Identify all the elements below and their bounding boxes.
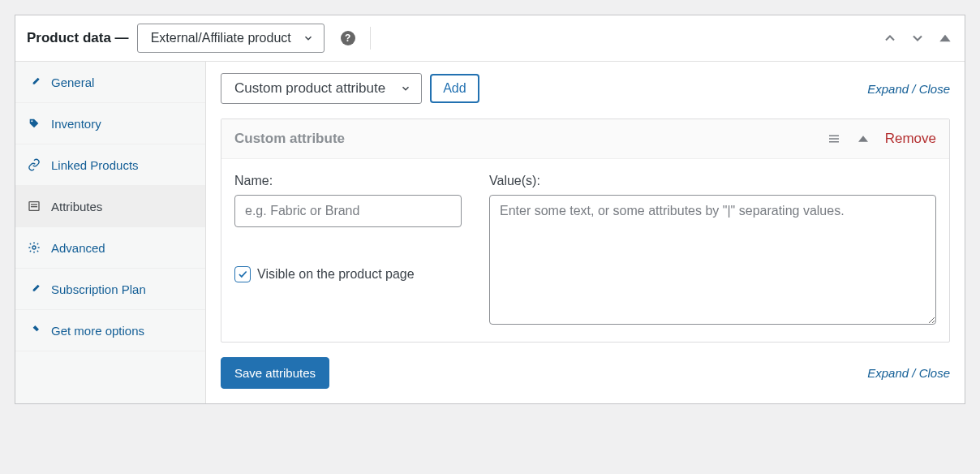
add-attribute-button[interactable]: Add bbox=[430, 74, 479, 103]
panel-body: General Inventory Linked Products Attrib… bbox=[15, 62, 965, 403]
save-attributes-button[interactable]: Save attributes bbox=[221, 357, 329, 389]
attribute-type-value: Custom product attribute bbox=[234, 80, 385, 96]
main-content: Custom product attribute Add Expand / Cl… bbox=[206, 62, 965, 403]
chevron-down-icon bbox=[400, 83, 411, 94]
product-type-select[interactable]: External/Affiliate product bbox=[137, 24, 325, 53]
sidebar: General Inventory Linked Products Attrib… bbox=[15, 62, 206, 403]
sidebar-item-label: General bbox=[51, 75, 94, 89]
wrench-icon bbox=[27, 75, 41, 89]
sidebar-item-label: Attributes bbox=[51, 200, 102, 213]
sidebar-item-label: Get more options bbox=[51, 324, 144, 338]
visible-checkbox-label: Visible on the product page bbox=[257, 267, 415, 282]
attribute-panel-title: Custom attribute bbox=[234, 131, 345, 147]
attribute-panel-actions: Remove bbox=[827, 131, 936, 147]
svg-marker-9 bbox=[858, 136, 868, 142]
check-icon bbox=[237, 269, 248, 280]
panel-header: Product data — External/Affiliate produc… bbox=[15, 15, 965, 62]
name-label: Name: bbox=[234, 174, 462, 188]
tag-icon bbox=[27, 116, 41, 131]
attribute-panel-header[interactable]: Custom attribute Remove bbox=[221, 119, 949, 159]
product-type-value: External/Affiliate product bbox=[151, 31, 291, 45]
attribute-values-column: Value(s): bbox=[489, 174, 936, 327]
attribute-name-input[interactable] bbox=[234, 195, 462, 227]
attribute-type-select[interactable]: Custom product attribute bbox=[221, 73, 422, 104]
sidebar-item-linked-products[interactable]: Linked Products bbox=[15, 144, 205, 186]
divider bbox=[370, 27, 371, 50]
sidebar-item-advanced[interactable]: Advanced bbox=[15, 227, 205, 269]
svg-point-5 bbox=[32, 246, 36, 249]
expand-link[interactable]: Expand bbox=[867, 366, 909, 380]
panel-header-controls bbox=[882, 30, 953, 46]
expand-close-sep: / bbox=[909, 82, 919, 96]
attribute-name-column: Name: Visible on the product page bbox=[234, 174, 462, 327]
sidebar-item-subscription-plan[interactable]: Subscription Plan bbox=[15, 269, 205, 310]
sidebar-item-label: Linked Products bbox=[51, 158, 139, 172]
attribute-panel-body: Name: Visible on the product page Value(… bbox=[221, 159, 949, 342]
link-icon bbox=[27, 157, 41, 172]
sidebar-item-get-more[interactable]: Get more options bbox=[15, 310, 205, 351]
expand-close-top: Expand / Close bbox=[867, 82, 950, 96]
expand-close-bottom: Expand / Close bbox=[867, 366, 950, 380]
sidebar-item-label: Inventory bbox=[51, 117, 101, 131]
visible-checkbox[interactable] bbox=[234, 266, 251, 282]
wrench-icon bbox=[27, 282, 41, 296]
chevron-down-icon bbox=[303, 32, 314, 44]
sidebar-item-general[interactable]: General bbox=[15, 62, 205, 103]
sidebar-item-label: Subscription Plan bbox=[51, 282, 146, 296]
sidebar-item-attributes[interactable]: Attributes bbox=[15, 186, 205, 227]
product-data-panel: Product data — External/Affiliate produc… bbox=[15, 15, 965, 404]
tools-icon bbox=[27, 323, 41, 338]
gear-icon bbox=[27, 240, 41, 255]
visible-checkbox-row[interactable]: Visible on the product page bbox=[234, 266, 462, 282]
attribute-bottom-controls: Save attributes Expand / Close bbox=[221, 357, 950, 389]
svg-point-1 bbox=[31, 120, 32, 122]
close-link[interactable]: Close bbox=[919, 366, 950, 380]
attribute-values-textarea[interactable] bbox=[489, 195, 936, 325]
sidebar-item-inventory[interactable]: Inventory bbox=[15, 103, 205, 144]
attribute-top-controls: Custom product attribute Add Expand / Cl… bbox=[221, 73, 950, 104]
collapse-attribute-icon[interactable] bbox=[856, 131, 870, 146]
move-down-icon[interactable] bbox=[909, 30, 926, 46]
sidebar-item-label: Advanced bbox=[51, 241, 105, 255]
collapse-panel-icon[interactable] bbox=[937, 30, 953, 46]
panel-title: Product data — bbox=[27, 30, 129, 46]
expand-link[interactable]: Expand bbox=[867, 82, 909, 96]
values-label: Value(s): bbox=[489, 174, 936, 188]
svg-marker-0 bbox=[939, 35, 950, 41]
list-icon bbox=[27, 199, 41, 213]
drag-handle-icon[interactable] bbox=[827, 131, 841, 146]
remove-attribute-link[interactable]: Remove bbox=[885, 131, 936, 147]
close-link[interactable]: Close bbox=[919, 82, 950, 96]
attribute-panel: Custom attribute Remove Name: bbox=[221, 118, 950, 343]
expand-close-sep: / bbox=[909, 366, 919, 380]
help-icon[interactable]: ? bbox=[341, 31, 355, 45]
move-up-icon[interactable] bbox=[882, 30, 898, 46]
